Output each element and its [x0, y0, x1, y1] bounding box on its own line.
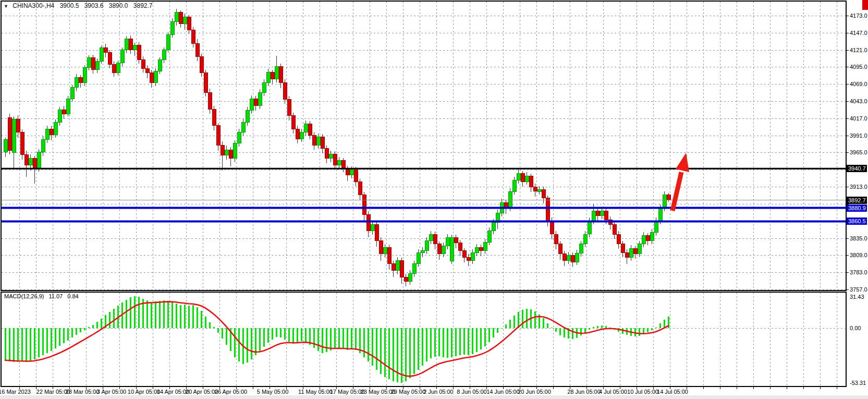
- chart-title: ▼ CHINA300-,H4 3900.5 3903.6 3890.0 3892…: [4, 2, 156, 9]
- time-tick-label: 10 Apr 05:00: [128, 388, 160, 395]
- candle-body: [150, 73, 153, 83]
- candle-body: [462, 251, 466, 258]
- candle-body: [583, 234, 587, 244]
- ohlc-low: 3890.0: [109, 2, 128, 9]
- candle-body: [358, 182, 362, 195]
- candle-body: [341, 161, 345, 168]
- candle-body: [546, 198, 549, 221]
- candle-body: [554, 234, 558, 244]
- time-tick-label: 28 Jun 05:00: [567, 388, 601, 395]
- candle-body: [450, 237, 454, 261]
- candle-body: [621, 244, 625, 252]
- candle-body: [137, 45, 141, 60]
- candle-body: [542, 189, 545, 198]
- candle-body: [258, 93, 262, 106]
- candle-body: [533, 187, 537, 191]
- candle-body: [25, 154, 28, 165]
- candle-body: [454, 237, 458, 243]
- candle-body: [567, 255, 570, 260]
- price-tick-label: 4147.0: [850, 29, 867, 37]
- candle-body: [396, 261, 399, 271]
- candle-body: [613, 224, 616, 234]
- candle-body: [95, 61, 99, 69]
- price-tick-label: 4043.0: [850, 98, 867, 105]
- candle-body: [408, 274, 412, 282]
- candle-body: [471, 252, 474, 260]
- candle-body: [104, 48, 107, 53]
- candle-body: [596, 211, 600, 216]
- candle-body: [475, 247, 479, 252]
- candle-body: [141, 60, 145, 68]
- candle-body: [179, 13, 182, 24]
- trading-chart-window: ▼ CHINA300-,H4 3900.5 3903.6 3890.0 3892…: [0, 0, 868, 399]
- candle-body: [604, 211, 608, 220]
- candle-body: [279, 66, 283, 83]
- candle-body: [100, 48, 103, 61]
- candle-body: [362, 195, 366, 214]
- candle-body: [175, 13, 178, 22]
- candle-body: [170, 21, 174, 34]
- candle-body: [154, 71, 157, 83]
- time-tick-label: 20 Jun 05:00: [518, 388, 551, 395]
- time-tick-label: 8 Jun 05:00: [457, 388, 487, 395]
- macd-signal-value: 0.84: [67, 293, 78, 299]
- candle-body: [521, 174, 524, 182]
- candle-body: [212, 109, 216, 126]
- time-tick-label: 29 May 05:00: [391, 388, 426, 395]
- time-tick-label: 28 Mar 05:00: [66, 388, 100, 395]
- candle-body: [200, 56, 203, 73]
- price-line-label: 3892.7: [847, 197, 867, 204]
- price-line-label: 3860.5: [847, 217, 867, 225]
- candle-body: [4, 139, 7, 152]
- candle-body: [625, 252, 629, 257]
- candle-body: [412, 264, 416, 274]
- candle-body: [254, 99, 258, 106]
- candle-body: [246, 111, 249, 123]
- candle-body: [54, 122, 57, 135]
- candle-body: [191, 30, 195, 43]
- candle-body: [300, 132, 303, 139]
- price-tick-label: 4017.0: [850, 115, 867, 122]
- candle-body: [529, 176, 533, 187]
- time-tick-label: 14 Apr 05:00: [157, 388, 189, 395]
- candle-body: [483, 242, 487, 250]
- time-tick-label: 17 May 05:00: [330, 388, 365, 395]
- candle-body: [404, 277, 408, 282]
- candle-body: [162, 50, 166, 60]
- price-tick-label: 3757.0: [850, 286, 867, 293]
- candle-body: [633, 249, 637, 254]
- macd-name: MACD(12,26,9): [4, 293, 44, 299]
- candle-body: [70, 88, 74, 99]
- ohlc-high: 3903.6: [84, 2, 104, 9]
- candle-body: [233, 143, 237, 159]
- candle-body: [563, 254, 566, 261]
- price-tick-label: 4069.0: [850, 80, 867, 88]
- time-tick-label: 20 Apr 05:00: [186, 388, 218, 395]
- symbol-dropdown-icon[interactable]: ▼: [4, 4, 8, 9]
- candle-body: [579, 244, 583, 253]
- candle-body: [241, 122, 245, 132]
- candle-body: [287, 99, 291, 116]
- candle-body: [45, 129, 49, 139]
- candle-body: [20, 132, 24, 154]
- candle-body: [371, 224, 374, 231]
- candle-body: [271, 72, 274, 79]
- candle-body: [262, 83, 266, 93]
- candle-body: [467, 257, 470, 260]
- ohlc-close: 3892.7: [133, 2, 153, 9]
- candle-body: [158, 60, 162, 71]
- candle-body: [400, 261, 404, 277]
- candle-body: [446, 237, 449, 246]
- candle-body: [221, 146, 224, 155]
- candle-body: [479, 247, 483, 250]
- time-tick-label: 3 Apr 05:00: [97, 388, 126, 395]
- time-tick-label: 26 Apr 05:00: [215, 388, 247, 395]
- chart-canvas[interactable]: [0, 0, 868, 399]
- candle-body: [663, 195, 666, 208]
- time-tick-label: 14 Jul 05:00: [657, 388, 688, 395]
- candle-body: [133, 45, 137, 50]
- price-tick-label: 4121.0: [850, 46, 867, 54]
- time-tick-label: 2 Jun 05:00: [423, 388, 454, 395]
- candle-body: [379, 241, 383, 254]
- price-line-label: 3880.9: [847, 204, 867, 212]
